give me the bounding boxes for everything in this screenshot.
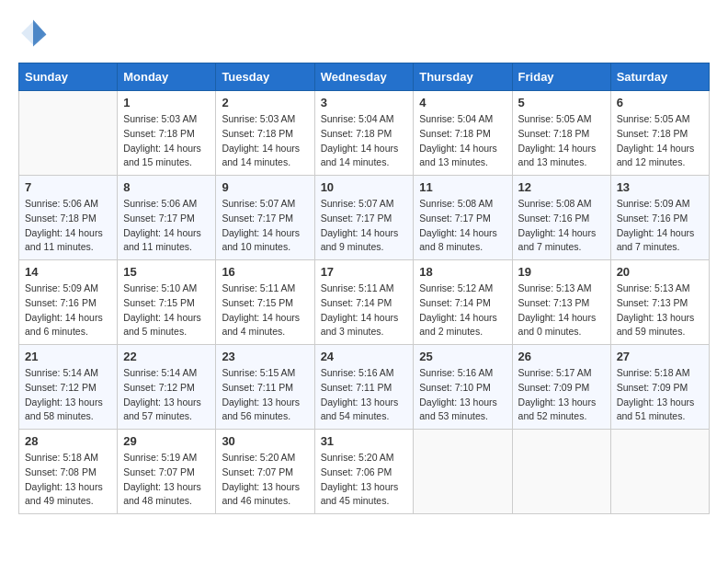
day-number: 20 bbox=[617, 265, 703, 279]
calendar-cell: 10Sunrise: 5:07 AMSunset: 7:17 PMDayligh… bbox=[314, 176, 414, 260]
day-number: 11 bbox=[419, 180, 506, 194]
calendar-cell: 15Sunrise: 5:10 AMSunset: 7:15 PMDayligh… bbox=[118, 260, 216, 345]
cell-info: Sunrise: 5:19 AMSunset: 7:07 PMDaylight:… bbox=[123, 451, 210, 509]
cell-info: Sunrise: 5:18 AMSunset: 7:08 PMDaylight:… bbox=[25, 451, 111, 509]
column-header-tuesday: Tuesday bbox=[216, 63, 314, 91]
calendar-cell: 31Sunrise: 5:20 AMSunset: 7:06 PMDayligh… bbox=[314, 430, 414, 514]
cell-info: Sunrise: 5:10 AMSunset: 7:15 PMDaylight:… bbox=[123, 282, 210, 339]
day-number: 2 bbox=[222, 96, 308, 109]
calendar-cell: 1Sunrise: 5:03 AMSunset: 7:18 PMDaylight… bbox=[118, 91, 216, 176]
calendar-cell: 6Sunrise: 5:05 AMSunset: 7:18 PMDaylight… bbox=[610, 91, 709, 176]
day-number: 29 bbox=[123, 434, 210, 448]
day-number: 18 bbox=[419, 265, 506, 279]
calendar-cell: 5Sunrise: 5:05 AMSunset: 7:18 PMDaylight… bbox=[512, 91, 610, 176]
day-number: 17 bbox=[321, 265, 408, 279]
cell-info: Sunrise: 5:12 AMSunset: 7:14 PMDaylight:… bbox=[419, 282, 506, 339]
calendar-cell: 19Sunrise: 5:13 AMSunset: 7:13 PMDayligh… bbox=[512, 260, 610, 345]
day-number: 24 bbox=[321, 350, 408, 363]
cell-info: Sunrise: 5:14 AMSunset: 7:12 PMDaylight:… bbox=[123, 366, 210, 424]
calendar-cell bbox=[414, 430, 512, 514]
cell-info: Sunrise: 5:13 AMSunset: 7:13 PMDaylight:… bbox=[518, 282, 605, 339]
calendar-cell: 25Sunrise: 5:16 AMSunset: 7:10 PMDayligh… bbox=[414, 345, 512, 430]
calendar-cell: 4Sunrise: 5:04 AMSunset: 7:18 PMDaylight… bbox=[414, 91, 512, 176]
calendar-cell: 9Sunrise: 5:07 AMSunset: 7:17 PMDaylight… bbox=[216, 176, 314, 260]
calendar-cell bbox=[610, 430, 709, 514]
cell-info: Sunrise: 5:11 AMSunset: 7:15 PMDaylight:… bbox=[222, 282, 308, 339]
calendar-header-row: SundayMondayTuesdayWednesdayThursdayFrid… bbox=[19, 63, 710, 91]
column-header-monday: Monday bbox=[118, 63, 216, 91]
day-number: 9 bbox=[222, 180, 308, 194]
cell-info: Sunrise: 5:09 AMSunset: 7:16 PMDaylight:… bbox=[617, 197, 703, 255]
calendar-cell bbox=[19, 91, 118, 176]
calendar-cell: 11Sunrise: 5:08 AMSunset: 7:17 PMDayligh… bbox=[414, 176, 512, 260]
day-number: 12 bbox=[518, 180, 605, 194]
cell-info: Sunrise: 5:08 AMSunset: 7:16 PMDaylight:… bbox=[518, 197, 605, 255]
day-number: 22 bbox=[123, 350, 210, 363]
cell-info: Sunrise: 5:11 AMSunset: 7:14 PMDaylight:… bbox=[321, 282, 408, 339]
calendar-cell: 27Sunrise: 5:18 AMSunset: 7:09 PMDayligh… bbox=[610, 345, 709, 430]
calendar-cell: 16Sunrise: 5:11 AMSunset: 7:15 PMDayligh… bbox=[216, 260, 314, 345]
day-number: 8 bbox=[123, 180, 210, 194]
day-number: 31 bbox=[321, 434, 408, 448]
calendar-week-row: 28Sunrise: 5:18 AMSunset: 7:08 PMDayligh… bbox=[19, 430, 710, 514]
calendar-cell: 22Sunrise: 5:14 AMSunset: 7:12 PMDayligh… bbox=[118, 345, 216, 430]
calendar-cell: 26Sunrise: 5:17 AMSunset: 7:09 PMDayligh… bbox=[512, 345, 610, 430]
calendar-week-row: 21Sunrise: 5:14 AMSunset: 7:12 PMDayligh… bbox=[19, 345, 710, 430]
cell-info: Sunrise: 5:06 AMSunset: 7:17 PMDaylight:… bbox=[123, 197, 210, 255]
cell-info: Sunrise: 5:07 AMSunset: 7:17 PMDaylight:… bbox=[321, 197, 408, 255]
svg-marker-2 bbox=[33, 20, 46, 47]
cell-info: Sunrise: 5:20 AMSunset: 7:07 PMDaylight:… bbox=[222, 451, 308, 509]
calendar-cell: 12Sunrise: 5:08 AMSunset: 7:16 PMDayligh… bbox=[512, 176, 610, 260]
day-number: 7 bbox=[25, 180, 111, 194]
day-number: 19 bbox=[518, 265, 605, 279]
calendar-cell: 29Sunrise: 5:19 AMSunset: 7:07 PMDayligh… bbox=[118, 430, 216, 514]
day-number: 15 bbox=[123, 265, 210, 279]
cell-info: Sunrise: 5:07 AMSunset: 7:17 PMDaylight:… bbox=[222, 197, 308, 255]
calendar-cell: 20Sunrise: 5:13 AMSunset: 7:13 PMDayligh… bbox=[610, 260, 709, 345]
day-number: 6 bbox=[617, 96, 703, 109]
column-header-wednesday: Wednesday bbox=[314, 63, 414, 91]
day-number: 5 bbox=[518, 96, 605, 109]
cell-info: Sunrise: 5:18 AMSunset: 7:09 PMDaylight:… bbox=[617, 366, 703, 424]
column-header-sunday: Sunday bbox=[19, 63, 118, 91]
day-number: 1 bbox=[123, 96, 210, 109]
page-header bbox=[18, 18, 710, 48]
day-number: 3 bbox=[321, 96, 408, 109]
calendar-week-row: 7Sunrise: 5:06 AMSunset: 7:18 PMDaylight… bbox=[19, 176, 710, 260]
cell-info: Sunrise: 5:16 AMSunset: 7:10 PMDaylight:… bbox=[419, 366, 506, 424]
calendar-cell: 28Sunrise: 5:18 AMSunset: 7:08 PMDayligh… bbox=[19, 430, 118, 514]
cell-info: Sunrise: 5:17 AMSunset: 7:09 PMDaylight:… bbox=[518, 366, 605, 424]
cell-info: Sunrise: 5:04 AMSunset: 7:18 PMDaylight:… bbox=[321, 112, 408, 170]
cell-info: Sunrise: 5:09 AMSunset: 7:16 PMDaylight:… bbox=[25, 282, 111, 339]
logo bbox=[18, 18, 51, 48]
day-number: 10 bbox=[321, 180, 408, 194]
calendar-cell: 30Sunrise: 5:20 AMSunset: 7:07 PMDayligh… bbox=[216, 430, 314, 514]
cell-info: Sunrise: 5:04 AMSunset: 7:18 PMDaylight:… bbox=[419, 112, 506, 170]
day-number: 28 bbox=[25, 434, 111, 448]
calendar-cell: 21Sunrise: 5:14 AMSunset: 7:12 PMDayligh… bbox=[19, 345, 118, 430]
column-header-thursday: Thursday bbox=[414, 63, 512, 91]
day-number: 25 bbox=[419, 350, 506, 363]
calendar-cell: 14Sunrise: 5:09 AMSunset: 7:16 PMDayligh… bbox=[19, 260, 118, 345]
cell-info: Sunrise: 5:05 AMSunset: 7:18 PMDaylight:… bbox=[518, 112, 605, 170]
calendar-table: SundayMondayTuesdayWednesdayThursdayFrid… bbox=[18, 63, 710, 514]
calendar-cell: 13Sunrise: 5:09 AMSunset: 7:16 PMDayligh… bbox=[610, 176, 709, 260]
calendar-cell: 2Sunrise: 5:03 AMSunset: 7:18 PMDaylight… bbox=[216, 91, 314, 176]
day-number: 13 bbox=[617, 180, 703, 194]
day-number: 23 bbox=[222, 350, 308, 363]
calendar-cell: 17Sunrise: 5:11 AMSunset: 7:14 PMDayligh… bbox=[314, 260, 414, 345]
cell-info: Sunrise: 5:03 AMSunset: 7:18 PMDaylight:… bbox=[222, 112, 308, 170]
calendar-cell: 23Sunrise: 5:15 AMSunset: 7:11 PMDayligh… bbox=[216, 345, 314, 430]
day-number: 27 bbox=[617, 350, 703, 363]
cell-info: Sunrise: 5:06 AMSunset: 7:18 PMDaylight:… bbox=[25, 197, 111, 255]
cell-info: Sunrise: 5:14 AMSunset: 7:12 PMDaylight:… bbox=[25, 366, 111, 424]
cell-info: Sunrise: 5:13 AMSunset: 7:13 PMDaylight:… bbox=[617, 282, 703, 339]
calendar-week-row: 1Sunrise: 5:03 AMSunset: 7:18 PMDaylight… bbox=[19, 91, 710, 176]
calendar-cell: 3Sunrise: 5:04 AMSunset: 7:18 PMDaylight… bbox=[314, 91, 414, 176]
day-number: 16 bbox=[222, 265, 308, 279]
column-header-friday: Friday bbox=[512, 63, 610, 91]
calendar-week-row: 14Sunrise: 5:09 AMSunset: 7:16 PMDayligh… bbox=[19, 260, 710, 345]
logo-icon bbox=[18, 18, 48, 48]
cell-info: Sunrise: 5:05 AMSunset: 7:18 PMDaylight:… bbox=[617, 112, 703, 170]
cell-info: Sunrise: 5:16 AMSunset: 7:11 PMDaylight:… bbox=[321, 366, 408, 424]
